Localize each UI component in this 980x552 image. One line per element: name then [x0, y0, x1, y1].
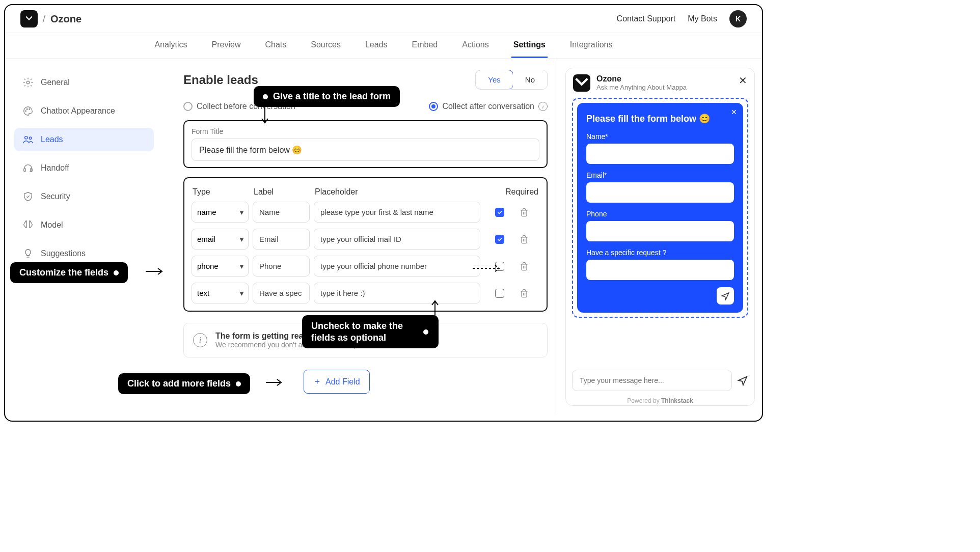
app-name: Ozone [50, 13, 81, 25]
field-placeholder-input[interactable] [314, 256, 480, 277]
field-type-select[interactable]: phone [192, 256, 249, 277]
tab-embed[interactable]: Embed [410, 33, 440, 58]
info-icon: i [193, 333, 207, 347]
form-bubble-title: Please fill the form below 😊 [586, 113, 734, 124]
palette-icon [22, 105, 34, 117]
tab-actions[interactable]: Actions [460, 33, 491, 58]
svg-point-0 [26, 81, 30, 84]
collect-after-option[interactable]: Collect after conversation i [429, 102, 548, 111]
field-label-input[interactable] [253, 283, 310, 303]
required-checkbox[interactable] [495, 235, 504, 244]
radio-icon [183, 102, 193, 111]
delete-field-button[interactable] [519, 288, 539, 298]
send-icon[interactable] [737, 375, 748, 386]
bot-sub: Ask me Anything About Mappa [596, 84, 687, 91]
field-label-input[interactable] [253, 256, 310, 277]
sidebar-item-label: Security [41, 192, 70, 201]
sidebar-item-security[interactable]: Security [14, 185, 154, 208]
sidebar-item-appearance[interactable]: Chatbot Appearance [14, 99, 154, 123]
lead-form-bubble: ✕ Please fill the form below 😊 Name* Ema… [577, 103, 743, 313]
form-field-input[interactable] [586, 221, 734, 241]
powered-by: Powered by Thinkstack [566, 395, 754, 405]
delete-field-button[interactable] [519, 234, 539, 244]
field-type-select[interactable]: name [192, 202, 249, 223]
sidebar-item-handoff[interactable]: Handoff [14, 156, 154, 180]
sidebar-item-label: Leads [41, 135, 63, 144]
tab-sources[interactable]: Sources [309, 33, 343, 58]
col-placeholder: Placeholder [315, 187, 447, 197]
svg-rect-6 [24, 169, 26, 172]
chat-input[interactable] [572, 370, 732, 391]
sidebar-item-label: Chatbot Appearance [41, 106, 115, 116]
annotation-add: Click to add more fields [118, 373, 250, 394]
col-required: Required [483, 187, 538, 197]
required-checkbox[interactable] [495, 289, 504, 298]
info-icon[interactable]: i [538, 102, 548, 111]
sidebar-item-leads[interactable]: Leads [14, 128, 154, 151]
users-icon [22, 134, 34, 145]
tab-bar: Analytics Preview Chats Sources Leads Em… [5, 33, 762, 59]
annotation-title: Give a title to the lead form [254, 86, 400, 107]
required-checkbox[interactable] [495, 208, 504, 217]
my-bots-link[interactable]: My Bots [688, 14, 717, 23]
sidebar-item-label: General [41, 78, 70, 87]
enable-leads-toggle: Yes No [475, 70, 548, 90]
field-placeholder-input[interactable] [314, 283, 480, 303]
tab-leads[interactable]: Leads [363, 33, 390, 58]
form-title-card: Form Title [183, 120, 548, 168]
collect-after-label: Collect after conversation [442, 102, 534, 111]
field-placeholder-input[interactable] [314, 202, 480, 223]
settings-sidebar: General Chatbot Appearance Leads Handoff… [5, 59, 163, 415]
bot-logo [573, 74, 590, 92]
form-field-input[interactable] [586, 182, 734, 203]
tab-integrations[interactable]: Integrations [568, 33, 615, 58]
page-title: Enable leads [183, 73, 258, 87]
delete-field-button[interactable] [519, 207, 539, 217]
close-icon[interactable]: ✕ [739, 74, 747, 87]
enable-yes-button[interactable]: Yes [475, 70, 513, 90]
avatar[interactable]: K [729, 10, 747, 27]
svg-point-1 [25, 111, 26, 112]
field-row: email [192, 229, 539, 250]
field-type-select[interactable]: email [192, 229, 249, 250]
sidebar-item-label: Handoff [41, 163, 69, 173]
svg-point-4 [25, 136, 28, 140]
close-icon[interactable]: ✕ [731, 108, 737, 116]
delete-field-button[interactable] [519, 261, 539, 271]
contact-support-link[interactable]: Contact Support [617, 14, 676, 23]
tab-settings[interactable]: Settings [511, 33, 548, 58]
field-type-select[interactable]: text [192, 283, 249, 303]
field-label-input[interactable] [253, 229, 310, 250]
form-title-input[interactable] [192, 139, 539, 161]
add-field-button[interactable]: ＋ Add Field [304, 370, 370, 394]
form-field-input[interactable] [586, 144, 734, 164]
breadcrumb-separator: / [43, 14, 45, 24]
field-row: name [192, 202, 539, 223]
svg-point-5 [29, 137, 32, 140]
sidebar-item-label: Model [41, 220, 63, 230]
tab-preview[interactable]: Preview [210, 33, 243, 58]
sidebar-item-label: Suggestions [41, 249, 86, 258]
bulb-icon [22, 248, 34, 259]
tab-analytics[interactable]: Analytics [153, 33, 189, 58]
sidebar-item-model[interactable]: Model [14, 213, 154, 237]
shield-icon [22, 191, 34, 202]
annotation-uncheck: Uncheck to make the fields as optional [302, 315, 439, 348]
svg-rect-7 [31, 169, 33, 172]
field-row: text [192, 283, 539, 303]
tab-chats[interactable]: Chats [263, 33, 288, 58]
add-field-label: Add Field [325, 377, 360, 387]
form-field-input[interactable] [586, 260, 734, 280]
svg-point-3 [29, 108, 30, 109]
field-placeholder-input[interactable] [314, 229, 480, 250]
svg-point-2 [26, 108, 28, 109]
form-title-label: Form Title [192, 127, 539, 135]
form-field-label: Phone [586, 210, 734, 218]
enable-no-button[interactable]: No [513, 70, 547, 89]
form-field-label: Name* [586, 132, 734, 141]
radio-icon [429, 102, 438, 111]
send-button[interactable] [717, 287, 734, 305]
bot-name: Ozone [596, 74, 687, 84]
sidebar-item-general[interactable]: General [14, 71, 154, 94]
field-label-input[interactable] [253, 202, 310, 223]
